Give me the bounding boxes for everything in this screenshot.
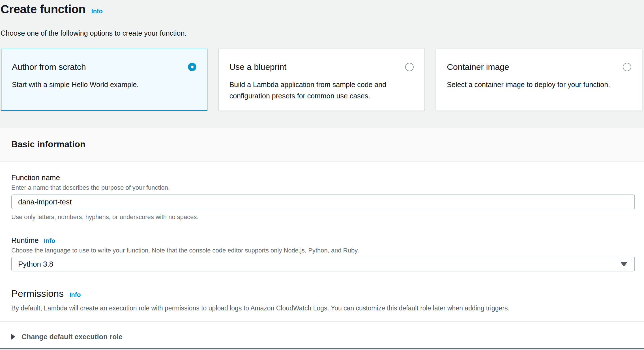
title-info-link[interactable]: Info xyxy=(91,8,103,15)
runtime-info-link[interactable]: Info xyxy=(44,237,55,245)
permissions-description: By default, Lambda will create an execut… xyxy=(11,304,635,312)
runtime-select[interactable]: Python 3.8 xyxy=(11,257,635,271)
basic-information-body: Function name Enter a name that describe… xyxy=(0,162,644,350)
card-container-image[interactable]: Container image Select a container image… xyxy=(436,49,642,111)
function-name-description: Enter a name that describes the purpose … xyxy=(11,184,635,192)
create-function-page: Create function Info Choose one of the f… xyxy=(0,0,644,350)
card-description: Start with a simple Hello World example. xyxy=(12,79,196,90)
basic-information-title: Basic information xyxy=(11,139,85,150)
page-subtitle: Choose one of the following options to c… xyxy=(1,29,644,37)
caret-down-icon xyxy=(620,262,628,267)
card-author-from-scratch[interactable]: Author from scratch Start with a simple … xyxy=(1,49,207,111)
radio-unselected-icon[interactable] xyxy=(623,63,631,71)
radio-selected-icon[interactable] xyxy=(188,63,196,71)
page-header: Create function Info Choose one of the f… xyxy=(0,0,644,37)
card-use-a-blueprint[interactable]: Use a blueprint Build a Lambda applicati… xyxy=(218,49,425,111)
page-title: Create function xyxy=(1,2,86,17)
card-description: Select a container image to deploy for y… xyxy=(447,79,631,90)
function-name-label: Function name xyxy=(11,173,635,182)
bottom-rule xyxy=(0,348,644,350)
creation-option-cards: Author from scratch Start with a simple … xyxy=(0,49,644,111)
change-execution-role-label: Change default execution role xyxy=(22,332,123,342)
runtime-label: Runtime xyxy=(11,236,39,245)
change-execution-role-expander[interactable]: Change default execution role xyxy=(11,332,635,342)
card-title: Author from scratch xyxy=(12,61,86,73)
runtime-selected-value: Python 3.8 xyxy=(18,260,53,269)
card-title: Container image xyxy=(447,61,509,73)
caret-right-icon xyxy=(11,334,15,340)
radio-unselected-icon[interactable] xyxy=(405,63,414,71)
function-name-constraint: Use only letters, numbers, hyphens, or u… xyxy=(11,213,635,221)
basic-information-header: Basic information xyxy=(0,128,644,162)
basic-information-panel: Basic information Function name Enter a … xyxy=(0,127,644,350)
function-name-input[interactable] xyxy=(11,195,635,209)
card-description: Build a Lambda application from sample c… xyxy=(229,79,414,101)
card-title: Use a blueprint xyxy=(229,61,287,73)
permissions-title: Permissions xyxy=(11,287,64,300)
runtime-description: Choose the language to use to write your… xyxy=(11,247,635,254)
permissions-info-link[interactable]: Info xyxy=(69,291,81,299)
section-divider xyxy=(0,321,644,322)
